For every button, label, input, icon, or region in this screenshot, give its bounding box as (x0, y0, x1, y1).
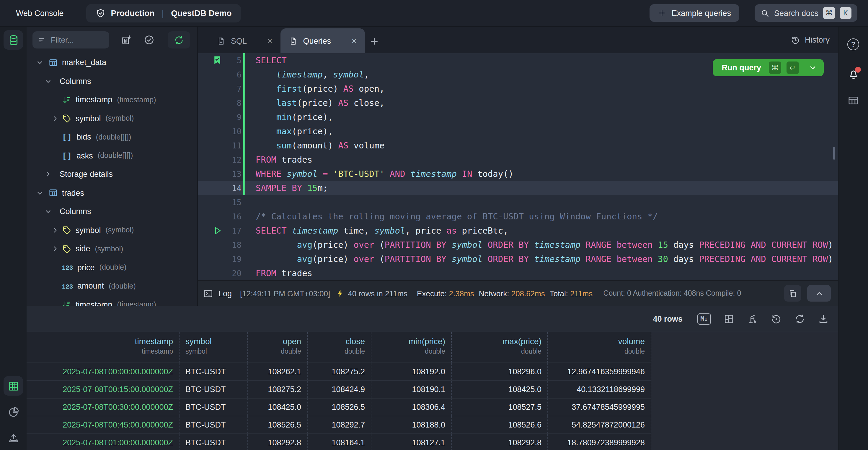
editor-line-20[interactable]: 20FROM trades (198, 266, 838, 280)
cell-open: 108262.1 (248, 363, 308, 380)
table-row[interactable]: 2025-07-08T00:30:00.000000ZBTC-USDT10842… (27, 398, 651, 416)
tree-item-label: market_data (62, 58, 106, 67)
editor-line-16[interactable]: 16/* Calculates the rolling moving avera… (198, 209, 838, 224)
editor-line-15[interactable]: 15 (198, 195, 838, 209)
executed-region-bar (243, 124, 245, 138)
layout-columns-icon[interactable] (723, 313, 735, 324)
editor-line-8[interactable]: 8 last(price) AS close, (198, 96, 838, 110)
tree-item-timestamp[interactable]: timestamp(timestamp) (27, 296, 197, 306)
chevron-down-icon[interactable] (809, 64, 817, 72)
refresh-results-icon[interactable] (794, 313, 805, 324)
tree-item-price[interactable]: 123price(double) (27, 258, 197, 277)
close-icon[interactable]: × (268, 36, 272, 46)
add-metrics-icon[interactable] (121, 34, 132, 46)
instance-badge[interactable]: Production | QuestDB Demo (86, 4, 241, 22)
editor-line-17[interactable]: 17SELECT timestamp time, symbol, price a… (198, 224, 838, 238)
new-tab-button[interactable] (369, 37, 379, 46)
datasources-button[interactable] (4, 30, 23, 50)
notifications-button[interactable] (843, 64, 863, 84)
log-total: Total: 211ms (550, 289, 593, 298)
example-queries-button[interactable]: Example queries (650, 4, 739, 22)
copy-icon (788, 289, 797, 298)
sql-editor[interactable]: Run query ⌘ ↵ 5SELECT6 timestamp, symbol… (198, 53, 838, 280)
chevron-down-icon[interactable] (44, 208, 52, 216)
tree-item-columns[interactable]: Columns (27, 202, 197, 221)
editor-line-9[interactable]: 9 min(price), (198, 110, 838, 124)
table-row[interactable]: 2025-07-08T00:45:00.000000ZBTC-USDT10852… (27, 416, 651, 434)
download-icon[interactable] (818, 313, 829, 324)
editor-line-18[interactable]: 18 avg(price) over (PARTITION BY symbol … (198, 238, 838, 252)
chart-crane-icon[interactable] (747, 313, 758, 324)
chart-view-button[interactable] (4, 402, 23, 422)
check-circle-icon[interactable] (144, 34, 155, 46)
collapse-log-button[interactable] (807, 285, 831, 302)
code-text: max(price), (256, 124, 333, 138)
help-button[interactable]: ? (843, 34, 863, 54)
table-row[interactable]: 2025-07-08T00:00:00.000000ZBTC-USDT10826… (27, 363, 651, 381)
table-icon (49, 188, 58, 198)
table-row[interactable]: 2025-07-08T00:15:00.000000ZBTC-USDT10827… (27, 381, 651, 398)
tree-item-bids[interactable]: []bids(double[][]) (27, 128, 197, 146)
editor-line-19[interactable]: 19 avg(price) over (PARTITION BY symbol … (198, 252, 838, 266)
tab-sql[interactable]: SQL × (209, 28, 280, 53)
editor-line-14[interactable]: 14SAMPLE BY 15m; (198, 181, 838, 195)
markdown-export-icon[interactable]: M↓ (698, 313, 711, 324)
editor-line-11[interactable]: 11 sum(amount) AS volume (198, 138, 838, 152)
filter-input[interactable]: Filter... (32, 31, 109, 49)
editor-scrollbar[interactable] (833, 147, 835, 160)
cell-min-price-: 108127.1 (371, 434, 452, 450)
copy-log-button[interactable] (784, 285, 801, 302)
tables-panel-button[interactable] (843, 90, 863, 110)
top-bar: Web Console Production | QuestDB Demo Ex… (0, 0, 868, 27)
column-header-symbol[interactable]: symbolsymbol (180, 332, 248, 363)
tree-item-symbol[interactable]: symbol(symbol) (27, 109, 197, 128)
column-header-max-price-[interactable]: max(price)double (452, 332, 548, 363)
log-network: Network: 208.62ms (479, 289, 545, 298)
chevron-right-icon[interactable] (51, 226, 59, 234)
tree-item-amount[interactable]: 123amount(double) (27, 277, 197, 296)
tree-item-timestamp[interactable]: timestamp(timestamp) (27, 90, 197, 109)
chevron-right-icon[interactable] (51, 115, 59, 122)
column-header-close[interactable]: closedouble (308, 332, 371, 363)
cell-max-price-: 108425.0 (452, 381, 548, 398)
editor-line-7[interactable]: 7 first(price) AS open, (198, 82, 838, 96)
editor-line-10[interactable]: 10 max(price), (198, 124, 838, 138)
editor-line-13[interactable]: 13WHERE symbol = 'BTC-USDT' AND timestam… (198, 167, 838, 181)
line-number: 6 (220, 67, 242, 82)
chevron-right-icon[interactable] (51, 245, 59, 253)
tree-item-asks[interactable]: []asks(double[][]) (27, 146, 197, 165)
line-number: 11 (220, 138, 242, 152)
tree-item-symbol[interactable]: symbol(symbol) (27, 221, 197, 240)
tree-item-trades[interactable]: trades (27, 184, 197, 202)
chevron-right-icon[interactable] (44, 171, 52, 178)
column-header-open[interactable]: opendouble (248, 332, 308, 363)
restore-data-icon[interactable] (771, 313, 782, 324)
search-docs-button[interactable]: Search docs ⌘ K (755, 4, 857, 22)
kbd-cmd: ⌘ (769, 61, 781, 74)
chevron-down-icon[interactable] (44, 78, 52, 85)
editor-line-12[interactable]: 12FROM trades (198, 152, 838, 167)
chevron-down-icon[interactable] (36, 189, 44, 197)
table-row[interactable]: 2025-07-08T01:00:00.000000ZBTC-USDT10829… (27, 434, 651, 450)
tree-item-storage-details[interactable]: Storage details (27, 165, 197, 184)
close-icon[interactable]: × (352, 36, 356, 46)
cell-open: 108526.5 (248, 416, 308, 433)
column-header-timestamp[interactable]: timestamptimestamp (27, 332, 180, 363)
tree-item-columns[interactable]: Columns (27, 72, 197, 90)
refresh-schema-button[interactable] (168, 31, 190, 49)
tab-queries[interactable]: Queries × (280, 28, 365, 53)
tree-item-type: (symbol) (106, 114, 134, 123)
import-button[interactable] (4, 428, 23, 448)
log-rows-summary: 40 rows in 211ms (348, 289, 407, 298)
history-button[interactable]: History (790, 27, 830, 53)
tree-item-side[interactable]: side(symbol) (27, 240, 197, 258)
run-query-button[interactable]: Run query ⌘ ↵ (713, 59, 824, 76)
schema-tree: market_dataColumnstimestamp(timestamp)sy… (27, 53, 197, 306)
chevron-down-icon[interactable] (36, 59, 44, 66)
column-header-min-price-[interactable]: min(price)double (371, 332, 452, 363)
grid-view-button[interactable] (4, 376, 23, 396)
column-type: double (554, 348, 645, 355)
column-header-volume[interactable]: volumedouble (548, 332, 651, 363)
tree-item-market-data[interactable]: market_data (27, 53, 197, 72)
numeric-type-icon: 123 (62, 283, 73, 290)
